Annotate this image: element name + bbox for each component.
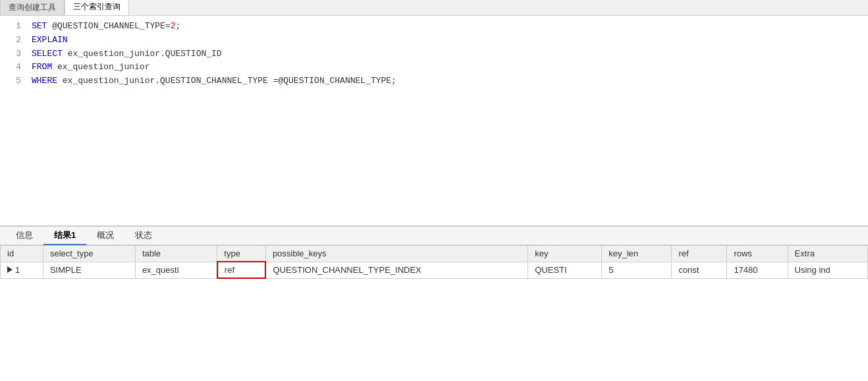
col-header-table: table (135, 246, 217, 262)
line-number: 4 (5, 61, 21, 74)
code-line-2: 2EXPLAIN (0, 34, 868, 47)
tab-bar: 查询创建工具 三个索引查询 (0, 0, 868, 16)
row-marker-icon (7, 266, 13, 273)
col-header-key_len: key_len (602, 246, 672, 262)
col-header-id: id (1, 246, 43, 262)
line-number: 3 (5, 47, 21, 61)
code-token: @QUESTION_CHANNEL_TYPE (52, 21, 165, 31)
code-content: EXPLAIN (32, 34, 68, 47)
code-line-5: 5WHERE ex_question_junior.QUESTION_CHANN… (0, 74, 868, 88)
code-content: WHERE ex_question_junior.QUESTION_CHANNE… (32, 74, 396, 88)
col-header-key: key (528, 246, 602, 262)
code-content: FROM ex_question_junior (32, 61, 149, 74)
bottom-tab-bar: 信息 结果1 概况 状态 (0, 227, 868, 245)
code-content: SET @QUESTION_CHANNEL_TYPE=2; (32, 20, 180, 34)
cell-key: QUESTI (528, 262, 602, 278)
cell-type: ref (217, 262, 266, 278)
code-line-4: 4FROM ex_question_junior (0, 61, 868, 74)
code-line-1: 1SET @QUESTION_CHANNEL_TYPE=2; (0, 20, 868, 34)
code-line-3: 3SELECT ex_question_junior.QUESTION_ID (0, 47, 868, 61)
code-token: ex_question_junior (57, 62, 149, 72)
result-area: idselect_typetabletypepossible_keyskeyke… (0, 245, 868, 279)
col-header-type: type (217, 246, 266, 262)
cell-select_type: SIMPLE (43, 262, 135, 278)
tab-result1[interactable]: 结果1 (43, 227, 86, 245)
cell-possible_keys: QUESTION_CHANNEL_TYPE_INDEX (265, 262, 528, 278)
col-header-select_type: select_type (43, 246, 135, 262)
col-header-ref: ref (672, 246, 727, 262)
cell-key_len: 5 (602, 262, 672, 278)
code-token: = (165, 21, 171, 31)
cell-table: ex_questi (135, 262, 217, 278)
cell-extra: Using ind (788, 262, 867, 278)
code-token: FROM (32, 62, 57, 72)
line-number: 1 (5, 20, 21, 34)
cell-ref: const (672, 262, 727, 278)
table-row: 1SIMPLEex_questirefQUESTION_CHANNEL_TYPE… (1, 262, 868, 278)
code-token: SELECT (32, 49, 68, 59)
code-content: SELECT ex_question_junior.QUESTION_ID (32, 47, 222, 61)
code-token: EXPLAIN (32, 35, 68, 45)
code-token: ex_question_junior.QUESTION_CHANNEL_TYPE… (63, 76, 396, 86)
tab-status[interactable]: 状态 (124, 227, 163, 245)
result-table: idselect_typetabletypepossible_keyskeyke… (0, 245, 868, 279)
tab-info[interactable]: 信息 (5, 227, 43, 245)
col-header-possible_keys: possible_keys (265, 246, 528, 262)
tab-index-query[interactable]: 三个索引查询 (65, 0, 129, 15)
tab-query-builder[interactable]: 查询创建工具 (0, 0, 65, 15)
tab-overview[interactable]: 概况 (86, 227, 124, 245)
line-number: 2 (5, 34, 21, 47)
code-token: ex_question_junior.QUESTION_ID (68, 49, 222, 59)
col-header-Extra: Extra (788, 246, 867, 262)
table-body: 1SIMPLEex_questirefQUESTION_CHANNEL_TYPE… (1, 262, 868, 278)
cell-rows: 17480 (727, 262, 788, 278)
code-token: SET (32, 21, 52, 31)
sql-editor: 1SET @QUESTION_CHANNEL_TYPE=2;2EXPLAIN3S… (0, 16, 868, 227)
code-token: ; (175, 21, 180, 31)
cell-id: 1 (1, 262, 43, 278)
line-number: 5 (5, 74, 21, 88)
code-token: WHERE (32, 76, 63, 86)
col-header-rows: rows (727, 246, 788, 262)
table-header-row: idselect_typetabletypepossible_keyskeyke… (1, 246, 868, 262)
